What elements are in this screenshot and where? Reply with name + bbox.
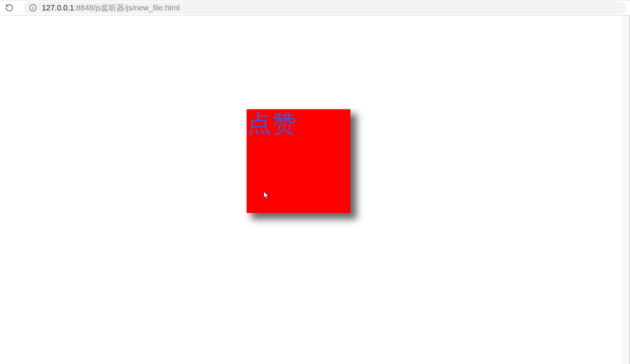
address-field[interactable]: 127.0.0.1:8848/js监听器/js/new_file.html (23, 2, 626, 14)
page-viewport: 点赞 (0, 15, 630, 364)
browser-address-bar: 127.0.0.1:8848/js监听器/js/new_file.html (0, 0, 630, 15)
url-path: :8848/js监听器/js/new_file.html (74, 3, 179, 12)
like-box-label: 点赞 (247, 109, 350, 136)
site-info-icon[interactable] (29, 3, 37, 12)
url-host: 127.0.0.1 (42, 3, 74, 12)
svg-point-2 (33, 6, 33, 7)
reload-button[interactable] (4, 2, 15, 13)
reload-icon (5, 3, 14, 12)
url-text: 127.0.0.1:8848/js监听器/js/new_file.html (42, 3, 180, 13)
like-box[interactable]: 点赞 (247, 109, 350, 213)
